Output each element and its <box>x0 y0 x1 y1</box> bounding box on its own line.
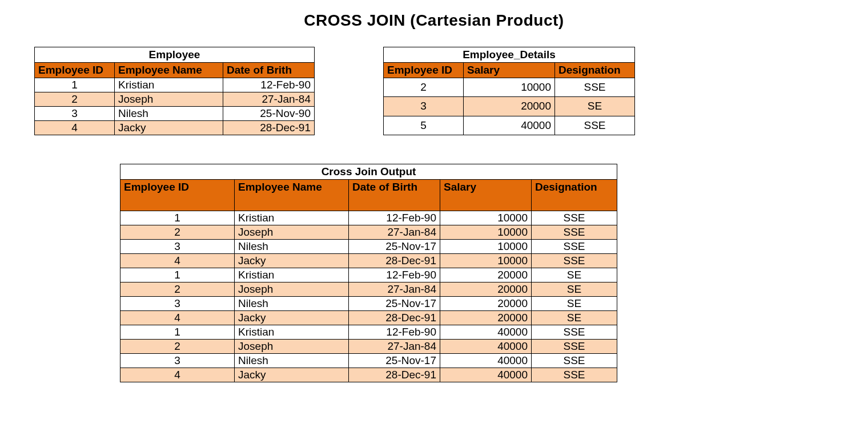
emp-dob: 12-Feb-90 <box>223 78 315 92</box>
emp-id: 3 <box>35 107 115 121</box>
emp-name: Kristian <box>115 78 223 92</box>
out-name: Nilesh <box>235 297 349 311</box>
out-dob: 28-Dec-91 <box>349 254 440 268</box>
out-id: 3 <box>120 297 235 311</box>
table-row: 4Jacky28-Dec-9140000SSE <box>120 368 617 382</box>
out-id: 4 <box>120 254 235 268</box>
out-id: 1 <box>120 268 235 282</box>
emp-id: 2 <box>35 92 115 107</box>
det-desig: SSE <box>555 116 635 135</box>
out-dob: 27-Jan-84 <box>349 340 440 354</box>
out-header-dob: Date of Birth <box>349 180 440 211</box>
emp-name: Jacky <box>115 121 223 135</box>
det-desig: SSE <box>555 78 635 97</box>
out-name: Kristian <box>235 325 349 340</box>
employee-caption: Employee <box>35 47 315 63</box>
emp-header-dob: Date of Brith <box>223 63 315 78</box>
det-header-salary: Salary <box>464 63 555 78</box>
out-dob: 28-Dec-91 <box>349 311 440 325</box>
out-desig: SSE <box>532 340 617 354</box>
out-salary: 20000 <box>440 282 532 297</box>
out-salary: 10000 <box>440 254 532 268</box>
det-id: 2 <box>384 78 464 97</box>
out-desig: SSE <box>532 325 617 340</box>
table-row: 2Joseph27-Jan-8420000SE <box>120 282 617 297</box>
out-name: Joseph <box>235 282 349 297</box>
emp-id: 4 <box>35 121 115 135</box>
emp-header-name: Employee Name <box>115 63 223 78</box>
out-dob: 27-Jan-84 <box>349 225 440 240</box>
out-header-desig: Designation <box>532 180 617 211</box>
out-salary: 40000 <box>440 325 532 340</box>
out-desig: SE <box>532 268 617 282</box>
out-salary: 40000 <box>440 368 532 382</box>
det-salary: 40000 <box>464 116 555 135</box>
out-desig: SSE <box>532 254 617 268</box>
emp-header-id: Employee ID <box>35 63 115 78</box>
emp-dob: 27-Jan-84 <box>223 92 315 107</box>
out-salary: 10000 <box>440 240 532 254</box>
details-caption: Employee_Details <box>384 47 635 63</box>
table-row: 1Kristian12-Feb-9010000SSE <box>120 211 617 225</box>
table-row: 3 20000 SE <box>384 97 635 116</box>
out-dob: 25-Nov-17 <box>349 354 440 368</box>
out-salary: 20000 <box>440 311 532 325</box>
emp-name: Joseph <box>115 92 223 107</box>
table-row: 3Nilesh25-Nov-1720000SE <box>120 297 617 311</box>
out-id: 1 <box>120 211 235 225</box>
out-name: Jacky <box>235 254 349 268</box>
employee-table: Employee Employee ID Employee Name Date … <box>34 47 315 135</box>
det-id: 3 <box>384 97 464 116</box>
det-id: 5 <box>384 116 464 135</box>
out-desig: SSE <box>532 225 617 240</box>
out-desig: SSE <box>532 368 617 382</box>
out-desig: SSE <box>532 211 617 225</box>
out-header-name: Employee Name <box>235 180 349 211</box>
out-name: Jacky <box>235 368 349 382</box>
out-dob: 12-Feb-90 <box>349 211 440 225</box>
table-row: 1Kristian12-Feb-9040000SSE <box>120 325 617 340</box>
table-row: 5 40000 SSE <box>384 116 635 135</box>
table-row: 4Jacky28-Dec-9120000SE <box>120 311 617 325</box>
out-salary: 10000 <box>440 225 532 240</box>
out-id: 4 <box>120 368 235 382</box>
out-salary: 40000 <box>440 354 532 368</box>
out-name: Kristian <box>235 211 349 225</box>
out-dob: 25-Nov-17 <box>349 297 440 311</box>
out-dob: 28-Dec-91 <box>349 368 440 382</box>
out-name: Kristian <box>235 268 349 282</box>
out-id: 2 <box>120 282 235 297</box>
emp-name: Nilesh <box>115 107 223 121</box>
out-salary: 20000 <box>440 297 532 311</box>
table-row: 1Kristian12-Feb-9020000SE <box>120 268 617 282</box>
out-salary: 10000 <box>440 211 532 225</box>
det-desig: SE <box>555 97 635 116</box>
out-id: 4 <box>120 311 235 325</box>
table-row: 4 Jacky 28-Dec-91 <box>35 121 315 135</box>
table-row: 2 Joseph 27-Jan-84 <box>35 92 315 107</box>
table-row: 2Joseph27-Jan-8410000SSE <box>120 225 617 240</box>
emp-dob: 25-Nov-90 <box>223 107 315 121</box>
table-row: 2Joseph27-Jan-8440000SSE <box>120 340 617 354</box>
table-row: 2 10000 SSE <box>384 78 635 97</box>
det-salary: 10000 <box>464 78 555 97</box>
output-caption: Cross Join Output <box>120 164 617 180</box>
out-desig: SE <box>532 311 617 325</box>
out-desig: SSE <box>532 240 617 254</box>
out-id: 3 <box>120 240 235 254</box>
employee-details-table: Employee_Details Employee ID Salary Desi… <box>383 47 635 135</box>
out-name: Nilesh <box>235 354 349 368</box>
out-id: 2 <box>120 340 235 354</box>
page-title: CROSS JOIN (Cartesian Product) <box>34 11 834 30</box>
out-desig: SE <box>532 282 617 297</box>
out-dob: 25-Nov-17 <box>349 240 440 254</box>
out-desig: SE <box>532 297 617 311</box>
out-name: Joseph <box>235 225 349 240</box>
out-header-id: Employee ID <box>120 180 235 211</box>
table-row: 3 Nilesh 25-Nov-90 <box>35 107 315 121</box>
out-name: Nilesh <box>235 240 349 254</box>
out-dob: 12-Feb-90 <box>349 268 440 282</box>
out-id: 3 <box>120 354 235 368</box>
emp-dob: 28-Dec-91 <box>223 121 315 135</box>
table-row: 1 Kristian 12-Feb-90 <box>35 78 315 92</box>
